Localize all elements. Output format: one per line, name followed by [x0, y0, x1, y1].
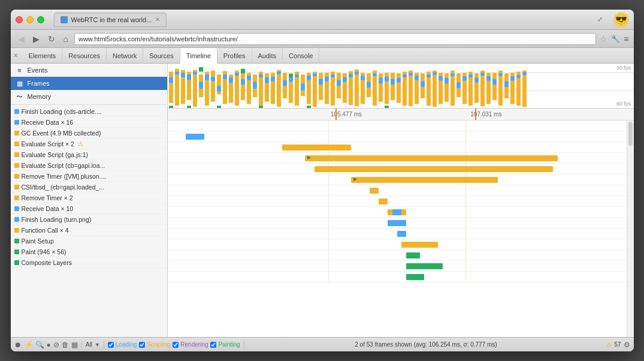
forward-button[interactable]: ▶: [31, 33, 42, 45]
tab-profiles[interactable]: Profiles: [217, 48, 252, 64]
timeline-row[interactable]: [168, 239, 627, 250]
sidebar-item-memory[interactable]: 〜 Memory: [11, 90, 167, 103]
stop-icon[interactable]: ⊘: [53, 341, 59, 349]
filter-scripting[interactable]: Scripting: [139, 341, 170, 348]
resize-icon: ⤢: [597, 16, 603, 23]
event-list: Finish Loading (cds-article....Receive D…: [11, 106, 167, 337]
tab-console[interactable]: Console: [283, 48, 319, 64]
timeline-row[interactable]: ▶: [168, 153, 627, 164]
settings-icon[interactable]: ⚙: [624, 341, 630, 349]
timeline-row[interactable]: [168, 261, 627, 272]
dot-icon[interactable]: ●: [47, 341, 51, 349]
scripting-checkbox[interactable]: [139, 342, 145, 348]
tab-timeline[interactable]: Timeline: [180, 48, 217, 64]
close-button[interactable]: [16, 16, 23, 23]
record-icon[interactable]: ⏺: [14, 341, 22, 349]
tab-bar: WebRTC in the real world... ✕: [54, 13, 167, 27]
timeline-row[interactable]: [168, 121, 627, 131]
event-item[interactable]: Evaluate Script (ga.js:1): [11, 149, 167, 160]
loading-checkbox[interactable]: [108, 342, 114, 348]
timeline-row[interactable]: [168, 207, 627, 218]
event-item[interactable]: Receive Data × 16: [11, 117, 167, 128]
minimize-button[interactable]: [26, 16, 34, 23]
event-item[interactable]: Finish Loading (turn.png): [11, 214, 167, 225]
tab-close-button[interactable]: ✕: [155, 16, 160, 23]
frame-count: 57: [614, 341, 621, 348]
filter-loading[interactable]: Loading: [108, 341, 137, 348]
filter-painting[interactable]: Painting: [210, 341, 240, 348]
bookmark-icon[interactable]: ☆: [600, 34, 607, 44]
timeline-row[interactable]: [168, 185, 627, 196]
event-item[interactable]: Evaluate Script (cb=gapi.loa...: [11, 160, 167, 171]
event-dot: [14, 249, 19, 254]
url-bar[interactable]: www.html5rocks.com/en/tutorials/webrtc/i…: [74, 33, 596, 45]
timeline-row[interactable]: [168, 196, 627, 207]
maximize-button[interactable]: [37, 16, 44, 23]
event-item[interactable]: Evaluate Script × 2⚠: [11, 139, 167, 149]
browser-tab[interactable]: WebRTC in the real world... ✕: [54, 13, 167, 27]
tab-audits[interactable]: Audits: [252, 48, 283, 64]
back-button[interactable]: ◀: [16, 33, 27, 45]
search-icon[interactable]: 🔍: [35, 341, 44, 349]
event-item[interactable]: GC Event (4.9 MB collected): [11, 128, 167, 139]
event-item[interactable]: Paint (946 × 56): [11, 246, 167, 257]
timeline-row[interactable]: [168, 250, 627, 261]
event-dot: [14, 109, 19, 114]
events-icon: ≡: [16, 67, 24, 74]
event-item[interactable]: Remove Timer ([VM].pluson....: [11, 171, 167, 182]
event-item[interactable]: Composite Layers: [11, 257, 167, 268]
filter-dropdown[interactable]: ▼: [95, 342, 100, 348]
scripting-label: Scripting: [147, 341, 170, 348]
event-warning-icon: ⚠: [78, 140, 83, 147]
expand-arrow[interactable]: ▶: [307, 155, 311, 160]
event-item[interactable]: Receive Data × 10: [11, 203, 167, 214]
sep3: [244, 341, 244, 349]
devtools-close-button[interactable]: ✕: [13, 52, 18, 59]
reload-button[interactable]: ↻: [46, 33, 58, 45]
tab-network[interactable]: Network: [107, 48, 143, 64]
timeline-bar: [392, 209, 401, 215]
rendering-checkbox[interactable]: [173, 342, 179, 348]
sidebar-item-frames[interactable]: ▦ Frames: [11, 77, 167, 90]
timeline-row[interactable]: [168, 142, 627, 153]
event-dot: [14, 163, 19, 168]
event-item[interactable]: Function Call × 4: [11, 225, 167, 236]
expand-arrow[interactable]: ▶: [353, 176, 357, 182]
scrollbar[interactable]: [627, 121, 634, 337]
timeline-bar: [191, 134, 199, 140]
trash-icon[interactable]: 🗑: [62, 341, 69, 349]
cursor-icon[interactable]: ▦: [71, 341, 78, 349]
event-text: Remove Timer ([VM].pluson....: [22, 173, 107, 180]
event-dot: [14, 228, 19, 233]
tab-resources[interactable]: Resources: [62, 48, 107, 64]
title-bar: WebRTC in the real world... ✕ ⤢ 😎: [11, 10, 634, 30]
traffic-lights: [16, 16, 44, 23]
timeline-bar: [406, 252, 420, 258]
timeline-row[interactable]: [168, 218, 627, 228]
memory-icon: 〜: [16, 92, 24, 101]
tab-elements[interactable]: Elements: [23, 48, 63, 64]
event-text: Evaluate Script (cb=gapi.loa...: [22, 162, 105, 169]
clear-icon[interactable]: ⚡: [24, 341, 33, 349]
painting-checkbox[interactable]: [210, 342, 216, 348]
browser-window: WebRTC in the real world... ✕ ⤢ 😎 ◀ ▶ ↻ …: [11, 10, 634, 351]
timeline-row[interactable]: [168, 131, 627, 142]
timeline-row[interactable]: [168, 164, 627, 175]
home-button[interactable]: ⌂: [61, 33, 71, 45]
event-dot: [14, 206, 19, 211]
filter-rendering[interactable]: Rendering: [173, 341, 208, 348]
sidebar-item-events[interactable]: ≡ Events: [11, 64, 167, 77]
timeline-row[interactable]: [168, 272, 627, 282]
event-item[interactable]: Finish Loading (cds-article....: [11, 106, 167, 117]
event-item[interactable]: Remove Timer × 2: [11, 192, 167, 203]
tab-sources[interactable]: Sources: [143, 48, 180, 64]
event-text: Evaluate Script (ga.js:1): [22, 151, 88, 158]
timeline-bar: [397, 231, 406, 237]
event-item[interactable]: CSI/tbsd_ (cb=gapi.loaded_...: [11, 182, 167, 192]
timeline-row[interactable]: [168, 228, 627, 239]
extension-icon[interactable]: 🔧: [611, 35, 620, 43]
timeline-row[interactable]: ▶: [168, 175, 627, 185]
loading-label: Loading: [116, 341, 137, 348]
menu-icon[interactable]: ≡: [624, 34, 628, 44]
event-item[interactable]: Paint Setup: [11, 236, 167, 246]
